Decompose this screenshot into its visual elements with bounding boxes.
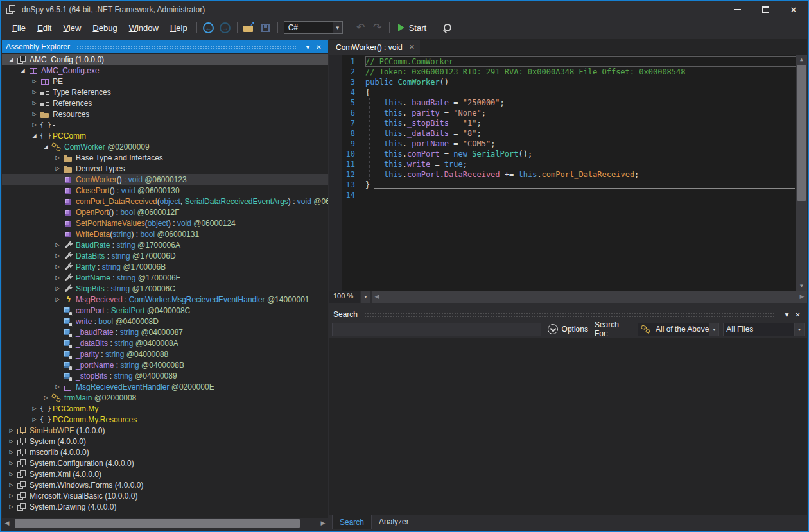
scrollbar-thumb[interactable]: [797, 65, 806, 201]
panel-splitter[interactable]: [329, 303, 807, 308]
tree-item[interactable]: ▷System (4.0.0.0): [2, 436, 328, 447]
tree-item[interactable]: ◢AMC_Config (1.0.0.0): [2, 54, 328, 65]
expander-collapsed-icon[interactable]: ▷: [52, 384, 63, 390]
chevron-down-icon[interactable]: ▼: [709, 323, 718, 336]
tree-item[interactable]: ▷Derived Types: [2, 163, 328, 174]
tree-item[interactable]: _baudRate : string @04000087: [2, 327, 328, 338]
tree-item[interactable]: ▷frmMain @02000008: [2, 392, 328, 403]
tree-item[interactable]: write : bool @0400008D: [2, 316, 328, 327]
close-button[interactable]: ✕: [779, 1, 808, 18]
tab-analyzer[interactable]: Analyzer: [372, 515, 416, 529]
tree-item[interactable]: ▷Type References: [2, 87, 328, 98]
tree-item[interactable]: ▷PCComm.My: [2, 403, 328, 414]
menu-item-view[interactable]: View: [57, 21, 87, 35]
zoom-combobox[interactable]: 100 % ▼: [329, 291, 370, 303]
expander-collapsed-icon[interactable]: ▷: [29, 78, 40, 84]
search-for-dropdown[interactable]: All of the Above ▼: [638, 323, 719, 336]
tree-item[interactable]: ▷System.Windows.Forms (4.0.0.0): [2, 479, 328, 490]
tree-item[interactable]: ▷Microsoft.VisualBasic (10.0.0.0): [2, 490, 328, 501]
tree-item[interactable]: ▷PE: [2, 76, 328, 87]
tree-item[interactable]: ▷Resources: [2, 108, 328, 119]
expander-collapsed-icon[interactable]: ▷: [52, 264, 63, 270]
expander-collapsed-icon[interactable]: ▷: [29, 111, 40, 117]
tree-item[interactable]: ▷PortName : string @1700006E: [2, 272, 328, 283]
expander-collapsed-icon[interactable]: ▷: [52, 275, 63, 280]
menu-item-help[interactable]: Help: [164, 21, 193, 35]
tree-item[interactable]: _portName : string @0400008B: [2, 359, 328, 370]
save-button[interactable]: [257, 20, 274, 35]
tree-item[interactable]: _parity : string @04000088: [2, 348, 328, 359]
menu-item-window[interactable]: Window: [123, 21, 164, 35]
search-panel-header[interactable]: Search ▼ ✕: [329, 308, 807, 321]
expander-collapsed-icon[interactable]: ▷: [6, 449, 17, 455]
tree-item[interactable]: ◢AMC_Config.exe: [2, 65, 328, 76]
editor-vertical-scrollbar[interactable]: ▲ ▼: [796, 55, 807, 291]
expander-collapsed-icon[interactable]: ▷: [6, 493, 17, 499]
tree-item[interactable]: ▷BaudRate : string @1700006A: [2, 239, 328, 250]
expander-collapsed-icon[interactable]: ▷: [40, 395, 51, 400]
expander-collapsed-icon[interactable]: ▷: [52, 155, 63, 160]
tree-item[interactable]: ▷System.Xml (4.0.0.0): [2, 468, 328, 479]
expander-collapsed-icon[interactable]: ▷: [52, 286, 63, 291]
chevron-down-icon[interactable]: ▼: [302, 42, 313, 52]
tree-item[interactable]: ▷PCComm.My.Resources: [2, 414, 328, 425]
expander-collapsed-icon[interactable]: ▷: [29, 416, 40, 422]
tree-item[interactable]: ▷DataBits : string @1700006D: [2, 250, 328, 261]
navigate-forward-button[interactable]: →: [217, 20, 234, 35]
scroll-left-icon[interactable]: ◀: [2, 518, 12, 529]
close-icon[interactable]: ✕: [313, 42, 324, 52]
scroll-left-icon[interactable]: ◀: [372, 291, 382, 303]
tree-item[interactable]: ▷MsgRecieved : ComWorker.MsgRecievedEven…: [2, 294, 328, 305]
expander-collapsed-icon[interactable]: ▷: [29, 406, 40, 411]
tree-item[interactable]: OpenPort() : bool @0600012F: [2, 207, 328, 218]
tree-item[interactable]: ▷StopBits : string @1700006C: [2, 283, 328, 294]
language-combobox[interactable]: C# ▼: [284, 21, 343, 34]
navigate-back-button[interactable]: ←: [200, 20, 217, 35]
menu-item-debug[interactable]: Debug: [87, 21, 123, 35]
expander-collapsed-icon[interactable]: ▷: [52, 242, 63, 248]
close-icon[interactable]: ✕: [792, 309, 803, 320]
chevron-down-icon[interactable]: ▼: [794, 323, 804, 336]
tree-item[interactable]: ▷mscorlib (4.0.0.0): [2, 447, 328, 458]
tree-item[interactable]: ▷Base Type and Interfaces: [2, 152, 328, 163]
expander-collapsed-icon[interactable]: ▷: [29, 89, 40, 95]
tree-item[interactable]: comPort : SerialPort @0400008C: [2, 305, 328, 316]
expander-collapsed-icon[interactable]: ▷: [6, 460, 17, 466]
menu-item-file[interactable]: File: [6, 21, 31, 35]
scrollbar-thumb[interactable]: [15, 519, 300, 528]
file-filter-dropdown[interactable]: All Files ▼: [723, 323, 805, 336]
expander-collapsed-icon[interactable]: ▷: [29, 100, 40, 106]
tree-item[interactable]: ▷-: [2, 119, 328, 130]
scroll-up-icon[interactable]: ▲: [796, 55, 807, 64]
search-results-area[interactable]: [329, 338, 807, 515]
maximize-button[interactable]: [751, 1, 779, 18]
tree-item[interactable]: ▷Parity : string @1700006B: [2, 261, 328, 272]
expander-collapsed-icon[interactable]: ▷: [52, 296, 63, 302]
expander-expanded-icon[interactable]: ◢: [29, 133, 40, 139]
tree-item[interactable]: ClosePort() : void @06000130: [2, 185, 328, 196]
expander-collapsed-icon[interactable]: ▷: [6, 471, 17, 477]
tab-search[interactable]: Search: [332, 515, 372, 529]
expander-collapsed-icon[interactable]: ▷: [52, 166, 63, 171]
minimize-button[interactable]: [723, 1, 751, 18]
tree-item[interactable]: ◢ComWorker @02000009: [2, 141, 328, 152]
expander-collapsed-icon[interactable]: ▷: [6, 438, 17, 444]
tree-item[interactable]: ◢PCComm: [2, 130, 328, 141]
tree-item[interactable]: _dataBits : string @0400008A: [2, 338, 328, 348]
expander-collapsed-icon[interactable]: ▷: [6, 427, 17, 433]
chevron-down-icon[interactable]: ▼: [333, 22, 342, 33]
tree-item[interactable]: ▷References: [2, 98, 328, 108]
close-icon[interactable]: ✕: [409, 43, 415, 51]
expander-collapsed-icon[interactable]: ▷: [52, 253, 63, 259]
expander-expanded-icon[interactable]: ◢: [40, 144, 51, 150]
document-tab[interactable]: ComWorker() : void ✕: [329, 40, 420, 55]
open-file-button[interactable]: [241, 20, 257, 35]
expander-expanded-icon[interactable]: ◢: [17, 67, 28, 73]
expander-collapsed-icon[interactable]: ▷: [29, 122, 40, 128]
tree-item[interactable]: ▷SimHubWPF (1.0.0.0): [2, 425, 328, 436]
assembly-explorer-header[interactable]: Assembly Explorer ▼ ✕: [2, 40, 328, 53]
menu-item-edit[interactable]: Edit: [31, 21, 57, 35]
scroll-down-icon[interactable]: ▼: [796, 281, 807, 291]
code-editor[interactable]: 1// PCComm.ComWorker2// Token: 0x0600012…: [329, 55, 807, 291]
tree-item[interactable]: SetPortNameValues(object) : void @060001…: [2, 218, 328, 228]
